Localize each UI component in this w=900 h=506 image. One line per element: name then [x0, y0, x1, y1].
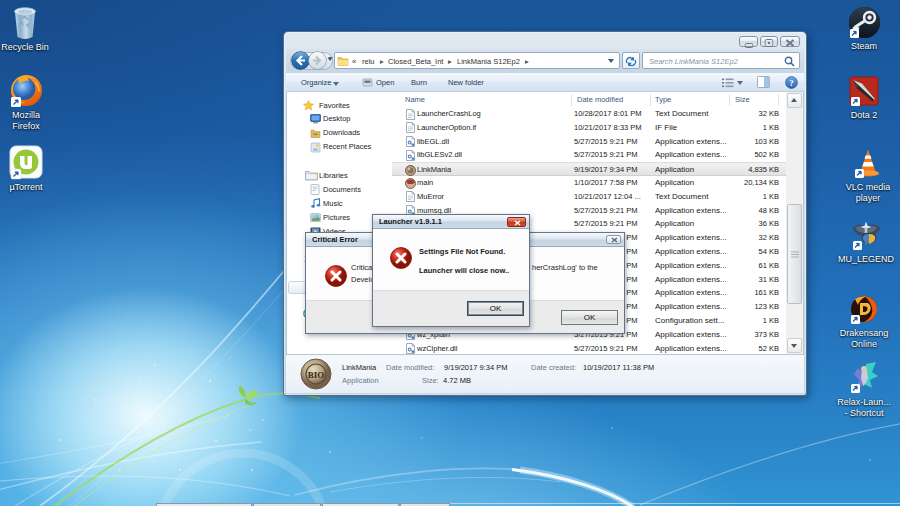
svg-text:BIO: BIO: [308, 370, 325, 380]
svg-text:?: ?: [789, 78, 794, 88]
